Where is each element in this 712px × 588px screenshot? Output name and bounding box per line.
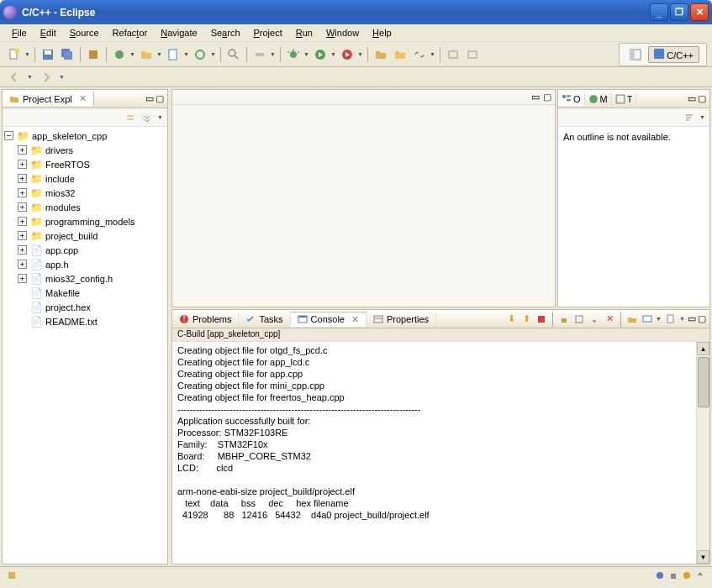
bottom-minimize-icon[interactable]: ▭ [688, 313, 696, 324]
outline-minimize-icon[interactable]: ▭ [688, 93, 696, 104]
scrollbar-down-button[interactable]: ▼ [697, 550, 709, 564]
console-close-icon[interactable]: ✕ [351, 314, 359, 325]
outline-tab-t[interactable]: T [612, 92, 637, 106]
menu-help[interactable]: Help [366, 26, 398, 39]
scrollbar-thumb[interactable] [698, 357, 709, 407]
explorer-minimize-icon[interactable]: ▭ [145, 93, 154, 104]
outline-maximize-icon[interactable]: ▢ [698, 93, 706, 104]
open-project-button[interactable] [372, 45, 390, 64]
new-source-dropdown[interactable]: ▼ [183, 51, 190, 57]
explorer-menu-dropdown[interactable]: ▼ [157, 114, 164, 120]
tree-root[interactable]: − 📁 app_skeleton_cpp [4, 129, 166, 143]
save-all-button[interactable] [58, 45, 76, 64]
menu-project[interactable]: Project [247, 26, 289, 39]
run-button[interactable] [311, 45, 330, 64]
console-new-button[interactable] [664, 312, 678, 326]
new-folder-dropdown[interactable]: ▼ [156, 51, 163, 57]
nav-forward-dropdown[interactable]: ▼ [59, 74, 66, 80]
tree-folder[interactable]: +📁programming_models [4, 214, 166, 228]
menu-refactor[interactable]: Refactor [106, 26, 155, 39]
project-tree[interactable]: − 📁 app_skeleton_cpp +📁drivers+📁FreeRTOS… [3, 127, 167, 564]
open-type-button[interactable] [191, 45, 209, 64]
explorer-maximize-icon[interactable]: ▢ [156, 93, 164, 104]
nav-back-button[interactable] [5, 68, 24, 87]
console-scrollbar[interactable]: ▲▼ [696, 342, 709, 564]
new-source-button[interactable] [164, 45, 182, 64]
console-pin-button[interactable] [588, 312, 601, 326]
bottom-maximize-icon[interactable]: ▢ [698, 313, 706, 324]
tree-file[interactable]: 📄project.hex [4, 300, 166, 314]
console-display-dropdown[interactable]: ▼ [656, 316, 662, 322]
save-button[interactable] [39, 45, 57, 64]
tab-problems[interactable]: !Problems [172, 312, 239, 326]
console-output[interactable]: Creating object file for otgd_fs_pcd.c C… [172, 342, 709, 564]
console-scroll-lock-button[interactable] [557, 312, 571, 326]
menu-navigate[interactable]: Navigate [154, 26, 203, 39]
expand-icon[interactable]: + [18, 260, 27, 269]
run-dropdown[interactable]: ▼ [330, 51, 337, 57]
nav-forward-button[interactable] [37, 68, 55, 87]
maximize-button[interactable]: ❐ [670, 3, 688, 21]
tree-folder[interactable]: +📁drivers [4, 143, 166, 157]
menu-file[interactable]: File [5, 26, 34, 39]
new-button[interactable] [5, 45, 24, 64]
tree-folder[interactable]: +📁FreeRTOS [4, 157, 166, 171]
next-annotation-button[interactable] [463, 45, 482, 64]
console-prev-button[interactable]: ⬇ [504, 312, 518, 326]
tree-folder[interactable]: +📁mios32 [4, 186, 166, 200]
tree-file[interactable]: 📄README.txt [4, 314, 166, 328]
menu-run[interactable]: Run [289, 26, 319, 39]
outline-tab-m[interactable]: M [585, 92, 612, 106]
open-task-button[interactable] [391, 45, 409, 64]
editor-minimize-icon[interactable]: ▭ [531, 92, 540, 102]
close-button[interactable]: ✕ [690, 3, 709, 21]
perspective-cpp[interactable]: C/C++ [648, 46, 699, 63]
external-tools-button[interactable] [338, 45, 356, 64]
status-gc-icon[interactable] [668, 570, 678, 582]
explorer-tab[interactable]: Project Expl ✕ [3, 92, 94, 106]
console-terminate-button[interactable] [535, 312, 548, 326]
tab-tasks[interactable]: Tasks [239, 312, 290, 326]
open-perspective-button[interactable] [626, 45, 645, 64]
link-dropdown[interactable]: ▼ [430, 51, 436, 57]
tab-console[interactable]: Console✕ [291, 312, 367, 327]
tree-file[interactable]: +📄mios32_config.h [4, 271, 166, 286]
expand-icon[interactable]: + [18, 174, 27, 183]
console-next-button[interactable]: ⬆ [519, 312, 533, 326]
console-clear-button[interactable] [572, 312, 586, 326]
expand-icon[interactable]: + [18, 245, 27, 255]
console-remove-button[interactable]: ✕ [603, 312, 616, 326]
outline-tab-o[interactable]: O [558, 92, 585, 106]
console-new-dropdown[interactable]: ▼ [679, 316, 686, 322]
link-button[interactable] [410, 45, 429, 64]
new-folder-button[interactable] [137, 45, 156, 64]
expand-icon[interactable]: + [18, 231, 27, 240]
status-updates-icon[interactable] [695, 570, 705, 582]
expand-icon[interactable]: + [18, 274, 27, 283]
tree-file[interactable]: 📄Makefile [4, 286, 166, 300]
tab-properties[interactable]: Properties [367, 312, 436, 326]
prev-annotation-button[interactable] [444, 45, 462, 64]
search-button[interactable] [224, 45, 243, 64]
collapse-all-button[interactable] [124, 111, 137, 124]
new-dropdown[interactable]: ▼ [24, 51, 31, 57]
expand-icon[interactable]: + [18, 145, 27, 155]
explorer-close-icon[interactable]: ✕ [79, 93, 87, 104]
open-type-dropdown[interactable]: ▼ [210, 51, 217, 57]
tree-folder[interactable]: +📁modules [4, 200, 166, 214]
toggle-dropdown[interactable]: ▼ [270, 51, 277, 57]
console-open-button[interactable] [625, 312, 639, 326]
expand-icon[interactable]: + [18, 160, 27, 169]
toggle-button[interactable] [251, 45, 269, 64]
debug-button[interactable] [284, 45, 303, 64]
new-class-button[interactable] [110, 45, 129, 64]
tree-file[interactable]: +📄app.cpp [4, 243, 166, 257]
menu-search[interactable]: Search [204, 26, 247, 39]
expand-icon[interactable]: + [18, 202, 27, 212]
menu-edit[interactable]: Edit [34, 26, 63, 39]
expand-icon[interactable]: + [18, 217, 27, 226]
tree-folder[interactable]: +📁project_build [4, 228, 166, 243]
outline-menu-dropdown[interactable]: ▼ [699, 114, 706, 120]
scrollbar-up-button[interactable]: ▲ [697, 342, 709, 355]
debug-dropdown[interactable]: ▼ [303, 51, 310, 57]
